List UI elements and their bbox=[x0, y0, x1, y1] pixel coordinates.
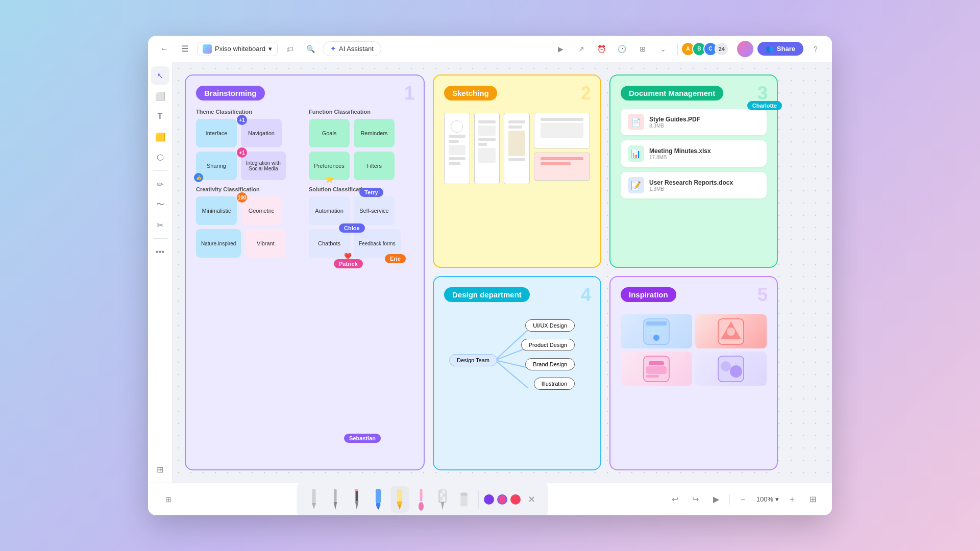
sticky-social[interactable]: Integration with Social Media +1 bbox=[241, 152, 286, 180]
more-button[interactable]: ⌄ bbox=[655, 41, 671, 57]
more-tools[interactable]: ••• bbox=[151, 243, 169, 261]
frame-tool[interactable]: ⬜ bbox=[151, 87, 169, 105]
brush-svg bbox=[415, 488, 427, 511]
pen-tool-sidebar[interactable]: ✏ bbox=[151, 175, 169, 193]
sidebar-separator bbox=[153, 170, 167, 171]
pen-tool-3[interactable] bbox=[348, 486, 366, 513]
frame-1-number: 1 bbox=[404, 83, 414, 104]
app-icon bbox=[203, 44, 212, 54]
avatar-group: A B C 24 bbox=[684, 42, 729, 56]
shape-tool[interactable]: ⬡ bbox=[151, 148, 169, 166]
wf-line-6 bbox=[478, 138, 495, 141]
sticky-filters[interactable]: Filters bbox=[354, 152, 395, 180]
play-btn-bottom[interactable]: ▶ bbox=[709, 492, 723, 507]
share-button[interactable]: 👥 Share bbox=[757, 42, 803, 56]
zoom-in-btn[interactable]: + bbox=[785, 492, 799, 507]
undo-button[interactable]: ↩ bbox=[668, 492, 682, 507]
sticky-tool[interactable]: 🟨 bbox=[151, 128, 169, 146]
sticky-self-service[interactable]: Self-service bbox=[354, 196, 395, 225]
svg-rect-6 bbox=[646, 328, 667, 330]
chloe-label: Chloe bbox=[344, 225, 360, 231]
tag-button[interactable]: 🏷 bbox=[282, 41, 298, 57]
canvas[interactable]: 1 Brainstorming Terry Chloe Patrick Eric bbox=[173, 62, 832, 483]
svg-rect-25 bbox=[355, 489, 358, 491]
frame-2-number: 2 bbox=[581, 83, 591, 104]
play-button[interactable]: ▶ bbox=[553, 41, 569, 57]
creativity-stickies: Minimalistic Geometric 100 bbox=[196, 196, 301, 225]
wf-inner-2 bbox=[476, 118, 497, 178]
pen-tool-6[interactable] bbox=[412, 486, 430, 513]
color-rose[interactable] bbox=[510, 494, 521, 505]
mm-node-brand: Brand Design bbox=[525, 358, 575, 370]
connector-tool[interactable]: 〜 bbox=[151, 195, 169, 214]
redo-button[interactable]: ↪ bbox=[689, 492, 703, 507]
cursor-tool[interactable]: ↖ bbox=[151, 66, 169, 85]
insp-svg-3 bbox=[641, 354, 672, 384]
zoom-level[interactable]: 100% ▾ bbox=[756, 495, 779, 503]
zoom-chevron: ▾ bbox=[775, 495, 779, 503]
ai-assistant-button[interactable]: ✦ AI Assistant bbox=[323, 41, 381, 56]
history-button[interactable]: 🕐 bbox=[614, 41, 630, 57]
scissors-tool[interactable]: ✂ bbox=[151, 216, 169, 234]
frame-1-title: Brainstorming bbox=[196, 86, 265, 101]
svg-point-11 bbox=[727, 328, 735, 336]
fit-btn[interactable]: ⊞ bbox=[805, 492, 820, 507]
svg-marker-22 bbox=[333, 502, 337, 510]
chevron-down-icon: ▾ bbox=[268, 45, 272, 53]
frame-docs: 3 Document Management Charlotte 📄 Style … bbox=[609, 74, 778, 268]
pen-tool-5[interactable] bbox=[390, 486, 409, 513]
pen-tool-2[interactable] bbox=[326, 486, 345, 513]
color-pink[interactable] bbox=[497, 494, 507, 505]
app-name-button[interactable]: Pxiso whiteboard ▾ bbox=[197, 42, 278, 56]
sticky-minimalistic[interactable]: Minimalistic bbox=[196, 196, 237, 225]
svg-point-33 bbox=[419, 502, 424, 511]
sticky-preferences[interactable]: Preferences ⭐ bbox=[309, 152, 350, 180]
sticky-interface[interactable]: Interface bbox=[196, 119, 237, 147]
close-tools-btn[interactable]: ✕ bbox=[524, 491, 540, 508]
sticky-chatbots[interactable]: Chatbots ❤️ bbox=[309, 229, 350, 258]
sticky-reminders[interactable]: Reminders bbox=[354, 119, 395, 147]
layers-btn-bottom[interactable]: ⊞ bbox=[160, 491, 177, 508]
svg-rect-15 bbox=[646, 375, 659, 378]
wireframe-5 bbox=[534, 153, 590, 181]
wf-line-12 bbox=[541, 157, 583, 160]
svg-rect-5 bbox=[646, 321, 667, 325]
cursor-icon-btn[interactable]: ↗ bbox=[573, 41, 590, 57]
timer-button[interactable]: ⏰ bbox=[594, 41, 610, 57]
sticky-sharing[interactable]: Sharing 👍 bbox=[196, 152, 237, 180]
sticky-goals[interactable]: Goals bbox=[309, 119, 350, 147]
sticky-feedback[interactable]: Feedback forms bbox=[354, 229, 401, 258]
zoom-out-btn[interactable]: − bbox=[736, 492, 750, 507]
creativity-stickies-2: Nature-inspired Vibrant bbox=[196, 229, 301, 258]
pen-tool-4[interactable] bbox=[369, 486, 387, 513]
sticky-geometric[interactable]: Geometric 100 bbox=[241, 196, 282, 225]
svg-rect-27 bbox=[376, 503, 380, 506]
pen-tool-8[interactable] bbox=[455, 486, 473, 513]
color-purple[interactable] bbox=[484, 494, 494, 505]
frame-5-title: Inspiration bbox=[621, 287, 676, 302]
back-button[interactable]: ← bbox=[156, 41, 173, 57]
theme-stickies-2: Sharing 👍 Integration with Social Media … bbox=[196, 152, 301, 180]
sticky-automation[interactable]: Automation bbox=[309, 196, 350, 225]
sticky-navigation[interactable]: Navigation +1 bbox=[241, 119, 282, 147]
svg-marker-28 bbox=[376, 506, 380, 510]
search-button[interactable]: 🔍 bbox=[302, 41, 318, 57]
svg-rect-36 bbox=[443, 493, 446, 497]
mm-node-illustration: Illustration bbox=[534, 378, 575, 390]
wf-line bbox=[449, 135, 465, 138]
sticky-nature[interactable]: Nature-inspired bbox=[196, 229, 241, 258]
svg-rect-30 bbox=[397, 501, 402, 505]
user-terry: Terry bbox=[359, 188, 383, 197]
help-button[interactable]: ? bbox=[807, 41, 824, 57]
wf-rect-4 bbox=[508, 131, 525, 156]
pen-tool-7[interactable] bbox=[433, 486, 452, 513]
toolbar-left: ← ☰ Pxiso whiteboard ▾ 🏷 🔍 ✦ AI Assistan… bbox=[156, 41, 549, 57]
pdf-size: 8.3MB bbox=[649, 123, 760, 129]
grid-button[interactable]: ⊞ bbox=[634, 41, 651, 57]
layers-button[interactable]: ⊞ bbox=[151, 460, 169, 479]
menu-button[interactable]: ☰ bbox=[177, 41, 193, 57]
text-tool[interactable]: T bbox=[151, 107, 169, 126]
pen-tool-1[interactable] bbox=[305, 486, 323, 513]
svg-point-8 bbox=[653, 335, 659, 341]
sticky-vibrant[interactable]: Vibrant bbox=[245, 229, 286, 258]
